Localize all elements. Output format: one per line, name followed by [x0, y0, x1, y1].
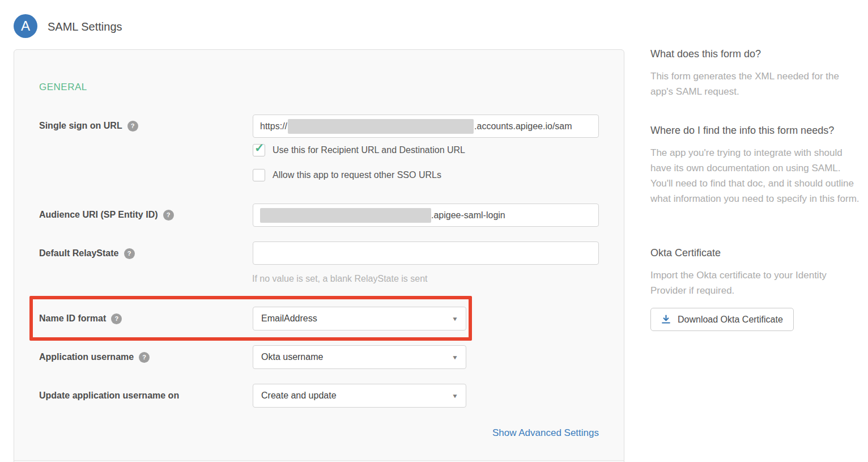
section-divider	[14, 460, 624, 461]
app-username-label-text: Application username	[39, 352, 134, 362]
relaystate-label: Default RelayState ?	[39, 248, 135, 259]
other-sso-checkbox-row: Allow this app to request other SSO URLs	[253, 169, 441, 181]
help-icon[interactable]: ?	[163, 210, 174, 221]
sso-url-label: Single sign on URL ?	[39, 120, 138, 132]
other-sso-checkbox[interactable]	[253, 169, 265, 181]
recipient-url-checkbox-label: Use this for Recipient URL and Destinati…	[273, 145, 465, 155]
chevron-down-icon: ▼	[452, 393, 458, 399]
sso-url-label-text: Single sign on URL	[39, 121, 122, 131]
update-username-value: Create and update	[261, 391, 337, 401]
download-okta-certificate-button[interactable]: Download Okta Certificate	[650, 308, 794, 331]
sidebar-body-certificate: Import the Okta certificate to your Iden…	[650, 268, 861, 298]
audience-uri-input[interactable]: .apigee-saml-login	[253, 204, 599, 227]
update-username-label: Update application username on	[39, 390, 179, 401]
sso-url-input[interactable]: https:// .accounts.apigee.io/sam	[253, 115, 599, 138]
app-username-value: Okta username	[261, 352, 323, 362]
saml-settings-panel: GENERAL Single sign on URL ? https:// .a…	[14, 49, 624, 462]
audience-uri-suffix: .apigee-saml-login	[431, 210, 505, 221]
app-username-select[interactable]: Okta username ▼	[253, 345, 466, 369]
sidebar-heading-what: What does this form do?	[650, 48, 761, 60]
sidebar-body-what: This form generates the XML needed for t…	[650, 69, 861, 99]
nameid-format-value: EmailAddress	[261, 313, 317, 324]
relaystate-hint: If no value is set, a blank RelayState i…	[252, 274, 428, 284]
sso-url-suffix: .accounts.apigee.io/sam	[474, 121, 572, 132]
show-advanced-settings-link[interactable]: Show Advanced Settings	[253, 427, 599, 439]
sidebar-heading-certificate: Okta Certificate	[650, 247, 721, 259]
redacted-value	[288, 119, 474, 134]
audience-uri-label-text: Audience URI (SP Entity ID)	[39, 210, 158, 220]
redacted-value	[260, 208, 431, 223]
relaystate-label-text: Default RelayState	[39, 248, 119, 258]
app-username-label: Application username ?	[39, 351, 150, 363]
download-icon	[661, 315, 671, 324]
sidebar-body-where: The app you're trying to integrate with …	[650, 145, 861, 206]
help-icon[interactable]: ?	[111, 313, 122, 324]
download-button-label: Download Okta Certificate	[678, 315, 783, 325]
update-username-label-text: Update application username on	[39, 391, 179, 401]
help-icon[interactable]: ?	[124, 248, 135, 259]
relaystate-input[interactable]	[253, 241, 599, 265]
update-username-select[interactable]: Create and update ▼	[253, 384, 466, 408]
general-section-title: GENERAL	[39, 82, 87, 93]
recipient-url-checkbox[interactable]: ✓	[253, 144, 265, 156]
step-a-badge: A	[14, 14, 37, 38]
chevron-down-icon: ▼	[452, 354, 458, 361]
audience-uri-label: Audience URI (SP Entity ID) ?	[39, 209, 174, 221]
nameid-format-label: Name ID format ?	[39, 313, 122, 324]
sidebar-heading-where: Where do I find the info this form needs…	[650, 125, 834, 137]
other-sso-checkbox-label: Allow this app to request other SSO URLs	[273, 170, 441, 180]
nameid-format-select[interactable]: EmailAddress ▼	[253, 307, 466, 330]
nameid-format-label-text: Name ID format	[39, 313, 106, 324]
page-title: SAML Settings	[48, 20, 122, 33]
help-icon[interactable]: ?	[127, 121, 138, 132]
chevron-down-icon: ▼	[452, 316, 458, 322]
sso-url-prefix: https://	[260, 121, 287, 132]
checkmark-icon: ✓	[254, 141, 265, 155]
recipient-url-checkbox-row: ✓ Use this for Recipient URL and Destina…	[253, 144, 465, 156]
help-icon[interactable]: ?	[139, 352, 150, 363]
